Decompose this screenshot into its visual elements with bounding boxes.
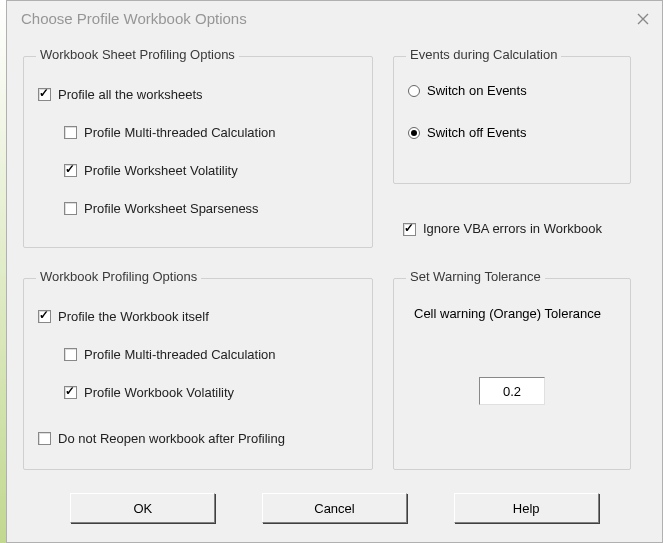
group-tolerance: Set Warning Tolerance Cell warning (Oran… — [393, 278, 631, 470]
checkbox-icon — [64, 386, 77, 399]
cancel-button[interactable]: Cancel — [262, 493, 407, 523]
group-events: Events during Calculation Switch on Even… — [393, 56, 631, 184]
group-legend: Set Warning Tolerance — [406, 269, 545, 284]
checkbox-label: Do not Reopen workbook after Profiling — [58, 431, 285, 446]
radio-label: Switch on Events — [427, 83, 527, 98]
checkbox-do-not-reopen[interactable]: Do not Reopen workbook after Profiling — [38, 431, 285, 446]
button-row: OK Cancel Help — [7, 493, 662, 523]
checkbox-label: Profile Workbook Volatility — [84, 385, 234, 400]
button-label: OK — [133, 501, 152, 516]
group-legend: Workbook Profiling Options — [36, 269, 201, 284]
checkbox-profile-all-worksheets[interactable]: Profile all the worksheets — [38, 87, 203, 102]
group-sheet-profiling: Workbook Sheet Profiling Options Profile… — [23, 56, 373, 248]
checkbox-label: Ignore VBA errors in Workbook — [423, 220, 602, 238]
help-button[interactable]: Help — [454, 493, 599, 523]
checkbox-profile-multi-threaded-workbook[interactable]: Profile Multi-threaded Calculation — [64, 347, 275, 362]
checkbox-label: Profile Multi-threaded Calculation — [84, 347, 275, 362]
checkbox-profile-workbook-itself[interactable]: Profile the Workbook itself — [38, 309, 209, 324]
dialog-title: Choose Profile Workbook Options — [21, 10, 247, 27]
checkbox-icon — [64, 348, 77, 361]
checkbox-label: Profile all the worksheets — [58, 87, 203, 102]
checkbox-label: Profile the Workbook itself — [58, 309, 209, 324]
checkbox-icon — [64, 202, 77, 215]
close-icon[interactable] — [632, 8, 654, 30]
checkbox-label: Profile Worksheet Sparseness — [84, 201, 259, 216]
radio-icon — [408, 85, 420, 97]
checkbox-icon — [64, 126, 77, 139]
radio-icon — [408, 127, 420, 139]
checkbox-icon — [64, 164, 77, 177]
radio-label: Switch off Events — [427, 125, 526, 140]
checkbox-profile-multi-threaded-sheet[interactable]: Profile Multi-threaded Calculation — [64, 125, 275, 140]
checkbox-icon — [38, 432, 51, 445]
group-legend: Events during Calculation — [406, 47, 561, 62]
checkbox-icon — [403, 223, 416, 236]
checkbox-icon — [38, 310, 51, 323]
button-label: Help — [513, 501, 540, 516]
tolerance-input[interactable] — [479, 377, 545, 405]
group-workbook-profiling: Workbook Profiling Options Profile the W… — [23, 278, 373, 470]
checkbox-label: Profile Multi-threaded Calculation — [84, 125, 275, 140]
checkbox-profile-worksheet-volatility[interactable]: Profile Worksheet Volatility — [64, 163, 238, 178]
button-label: Cancel — [314, 501, 354, 516]
titlebar: Choose Profile Workbook Options — [7, 1, 662, 36]
checkbox-icon — [38, 88, 51, 101]
checkbox-ignore-vba-errors[interactable]: Ignore VBA errors in Workbook — [403, 220, 623, 238]
checkbox-profile-workbook-volatility[interactable]: Profile Workbook Volatility — [64, 385, 234, 400]
group-legend: Workbook Sheet Profiling Options — [36, 47, 239, 62]
checkbox-profile-worksheet-sparseness[interactable]: Profile Worksheet Sparseness — [64, 201, 259, 216]
radio-switch-off-events[interactable]: Switch off Events — [408, 125, 526, 140]
ok-button[interactable]: OK — [70, 493, 215, 523]
radio-switch-on-events[interactable]: Switch on Events — [408, 83, 527, 98]
tolerance-label: Cell warning (Orange) Tolerance — [414, 305, 614, 323]
dialog-window: Choose Profile Workbook Options Workbook… — [6, 0, 663, 543]
checkbox-label: Profile Worksheet Volatility — [84, 163, 238, 178]
